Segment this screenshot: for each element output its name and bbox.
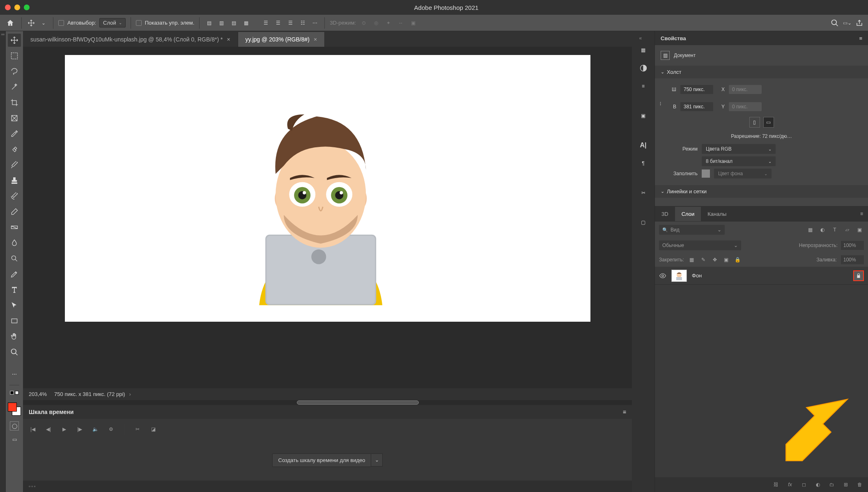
minimize-window-icon[interactable] bbox=[14, 5, 20, 10]
autoselect-checkbox[interactable] bbox=[58, 20, 64, 26]
path-selection-tool[interactable] bbox=[8, 299, 21, 312]
settings-icon[interactable]: ⚙ bbox=[107, 425, 115, 433]
magic-wand-tool[interactable] bbox=[8, 80, 21, 94]
distribute-top-icon[interactable]: ☰ bbox=[261, 18, 270, 27]
crop-tool[interactable] bbox=[8, 96, 21, 109]
orientation-landscape[interactable]: ▭ bbox=[763, 117, 774, 128]
filter-shape-icon[interactable]: ▱ bbox=[843, 225, 852, 234]
tab-3d[interactable]: 3D bbox=[655, 207, 675, 221]
layers-empty-area[interactable] bbox=[655, 285, 868, 477]
quick-mask-icon[interactable]: ◯ bbox=[10, 421, 19, 430]
layer-lock-icon[interactable] bbox=[853, 270, 864, 281]
swap-colors-icon[interactable] bbox=[8, 389, 21, 396]
lock-transparent-icon[interactable]: ▦ bbox=[688, 256, 696, 263]
fill-select[interactable]: Цвет фона bbox=[714, 169, 772, 178]
paragraph-icon[interactable]: ¶ bbox=[638, 158, 649, 169]
fill-swatch[interactable] bbox=[702, 169, 710, 178]
new-layer-icon[interactable]: ⊞ bbox=[842, 481, 850, 489]
layer-name[interactable]: Фон bbox=[692, 272, 848, 279]
layer-filter-kind[interactable]: Вид bbox=[659, 225, 725, 235]
eyedropper-tool[interactable] bbox=[8, 127, 21, 140]
orientation-portrait[interactable]: ▯ bbox=[749, 117, 760, 128]
home-button[interactable] bbox=[4, 17, 16, 29]
lock-position-icon[interactable]: ✥ bbox=[711, 256, 719, 263]
adjustments-icon[interactable] bbox=[638, 62, 649, 74]
shelf-grip-icon[interactable] bbox=[1, 34, 5, 35]
create-timeline-dropdown[interactable]: ⌄ bbox=[371, 453, 383, 467]
timeline-foot-icon[interactable]: ▫▫▫ bbox=[29, 483, 37, 489]
canvas-section-header[interactable]: Холст bbox=[655, 66, 868, 78]
tool-preset-dropdown[interactable]: ⌄ bbox=[39, 18, 48, 27]
foreground-color[interactable] bbox=[8, 403, 17, 412]
split-icon[interactable]: ✂ bbox=[133, 425, 142, 433]
height-input[interactable]: 381 пикс. bbox=[680, 102, 713, 111]
opacity-input[interactable]: 100% bbox=[841, 241, 864, 250]
share-icon[interactable] bbox=[855, 18, 864, 27]
3d-orbit-icon[interactable]: ⊙ bbox=[359, 18, 368, 27]
stamp-tool[interactable] bbox=[8, 174, 21, 187]
type-tool[interactable] bbox=[8, 283, 21, 296]
play-icon[interactable]: ▶ bbox=[60, 425, 68, 433]
frame-tool[interactable] bbox=[8, 112, 21, 125]
align-center-h-icon[interactable]: ▥ bbox=[217, 18, 226, 27]
strip-collapse-icon[interactable]: « bbox=[639, 35, 648, 38]
color-mode-select[interactable]: Цвета RGB bbox=[702, 144, 776, 154]
history-brush-tool[interactable] bbox=[8, 190, 21, 203]
eraser-tool[interactable] bbox=[8, 205, 21, 218]
group-icon[interactable]: 🗀 bbox=[828, 481, 836, 489]
pen-tool[interactable] bbox=[8, 268, 21, 281]
tab-layers[interactable]: Слои bbox=[675, 207, 701, 221]
bit-depth-select[interactable]: 8 бит/канал bbox=[702, 156, 776, 166]
screen-mode-icon[interactable]: ▭ bbox=[8, 433, 21, 446]
layer-row[interactable]: Фон bbox=[655, 267, 868, 285]
panel-menu-icon[interactable]: ≡ bbox=[855, 211, 868, 217]
3d-camera-icon[interactable]: ▣ bbox=[409, 18, 418, 27]
next-frame-icon[interactable]: |▶ bbox=[76, 425, 84, 433]
lock-artboard-icon[interactable]: ▣ bbox=[723, 256, 730, 263]
canvas-viewport[interactable] bbox=[23, 47, 632, 388]
transition-icon[interactable]: ◪ bbox=[149, 425, 157, 433]
mute-icon[interactable]: 🔈 bbox=[91, 425, 99, 433]
document-dims[interactable]: 750 пикс. x 381 пикс. (72 ppi) bbox=[54, 391, 131, 397]
properties-panel-tab[interactable]: Свойства ≡ bbox=[655, 31, 868, 45]
zoom-tool[interactable] bbox=[8, 346, 21, 359]
close-tab-icon[interactable]: × bbox=[314, 36, 317, 43]
link-layers-icon[interactable]: ⛓ bbox=[772, 481, 780, 489]
search-icon[interactable] bbox=[830, 18, 839, 27]
move-tool[interactable] bbox=[8, 34, 21, 47]
hand-tool[interactable] bbox=[8, 330, 21, 343]
lasso-tool[interactable] bbox=[8, 65, 21, 78]
delete-layer-icon[interactable]: 🗑 bbox=[856, 481, 864, 489]
blend-mode-select[interactable]: Обычные bbox=[659, 240, 741, 250]
document-tab-1[interactable]: yy.jpg @ 203% (RGB/8#) × bbox=[238, 32, 325, 47]
lock-all-icon[interactable]: 🔒 bbox=[734, 256, 742, 263]
blur-tool[interactable] bbox=[8, 236, 21, 249]
layer-mask-icon[interactable]: ◻ bbox=[800, 481, 808, 489]
first-frame-icon[interactable]: |◀ bbox=[29, 425, 37, 433]
document-tab-0[interactable]: susan-wilkinson-BfWDyQ10uMk-unsplash.jpg… bbox=[23, 32, 238, 47]
prev-frame-icon[interactable]: ◀| bbox=[44, 425, 53, 433]
color-icon[interactable]: ▣ bbox=[638, 110, 649, 121]
width-input[interactable]: 750 пикс. bbox=[680, 85, 713, 94]
panel-menu-icon[interactable]: ≡ bbox=[859, 35, 862, 41]
fill-opacity-input[interactable]: 100% bbox=[841, 255, 864, 264]
filter-smart-icon[interactable]: ▣ bbox=[855, 225, 864, 234]
color-swatch[interactable] bbox=[8, 403, 21, 416]
distribute-bottom-icon[interactable]: ☰ bbox=[286, 18, 295, 27]
link-wh-icon[interactable]: 𝄔 bbox=[660, 101, 661, 107]
autoselect-target-select[interactable]: Слой bbox=[99, 18, 126, 27]
edit-toolbar-icon[interactable]: ⋯ bbox=[8, 368, 21, 381]
zoom-level[interactable]: 203,4% bbox=[29, 391, 47, 397]
brush-tool[interactable] bbox=[8, 158, 21, 172]
layer-style-icon[interactable]: fx bbox=[786, 481, 794, 489]
layer-thumbnail[interactable] bbox=[671, 270, 687, 282]
character-icon[interactable]: A| bbox=[638, 140, 649, 151]
align-left-icon[interactable]: ▤ bbox=[204, 18, 214, 27]
tab-channels[interactable]: Каналы bbox=[701, 207, 733, 221]
styles-icon[interactable]: ≡ bbox=[638, 80, 649, 92]
rulers-section-header[interactable]: Линейки и сетки bbox=[655, 185, 868, 198]
3d-slide-icon[interactable]: ↔ bbox=[396, 18, 405, 27]
3d-roll-icon[interactable]: ◎ bbox=[372, 18, 381, 27]
libraries-icon[interactable]: ▦ bbox=[638, 44, 649, 56]
filter-pixel-icon[interactable]: ▦ bbox=[806, 225, 815, 234]
